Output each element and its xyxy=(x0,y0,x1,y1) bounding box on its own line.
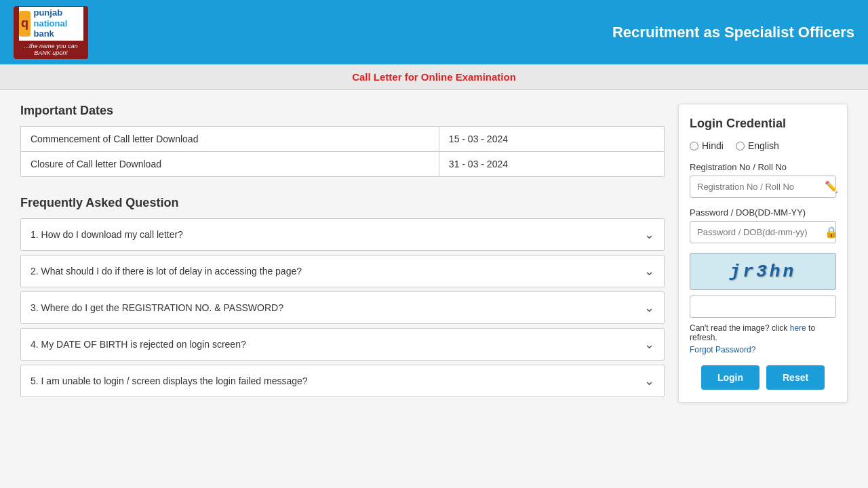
date-value: 31 - 03 - 2024 xyxy=(439,152,664,177)
forgot-password-link[interactable]: Forgot Password? xyxy=(690,345,836,354)
reg-input[interactable] xyxy=(690,176,818,197)
reg-label: Registration No / Roll No xyxy=(690,162,836,172)
chevron-down-icon: ⌄ xyxy=(644,300,654,315)
logo-box: q punjab national bank ...the name you c… xyxy=(14,6,88,59)
faq-question: 5. I am unable to login / screen display… xyxy=(31,375,308,386)
date-label: Commencement of Call letter Download xyxy=(21,127,439,152)
password-input-group: 🔒 xyxy=(690,221,836,243)
faq-question: 3. Where do I get the REGISTRATION NO. &… xyxy=(31,302,283,313)
chevron-down-icon: ⌄ xyxy=(644,227,654,242)
lang-hindi-radio[interactable] xyxy=(690,142,698,150)
left-panel: Important Dates Commencement of Call let… xyxy=(20,104,665,403)
logo-area: q punjab national bank ...the name you c… xyxy=(14,6,88,59)
pnb-icon: q xyxy=(19,11,31,37)
faq-item: 1. How do I download my call letter? ⌄ xyxy=(20,218,665,251)
faq-header[interactable]: 1. How do I download my call letter? ⌄ xyxy=(21,219,664,250)
header-title: Recruitment as Specialist Officers xyxy=(612,24,854,41)
right-panel: Login Credential Hindi English Registrat… xyxy=(678,104,848,403)
logo-tagline: ...the name you can BANK upon! xyxy=(14,41,88,58)
faq-item: 2. What should I do if there is lot of d… xyxy=(20,255,665,287)
password-input[interactable] xyxy=(690,222,818,243)
faq-item: 4. My DATE OF BIRTH is rejected on login… xyxy=(20,328,665,361)
date-value: 15 - 03 - 2024 xyxy=(439,127,664,152)
date-label: Closure of Call letter Download xyxy=(21,152,439,177)
faq-header[interactable]: 3. Where do I get the REGISTRATION NO. &… xyxy=(21,292,664,323)
faq-question: 1. How do I download my call letter? xyxy=(31,229,183,240)
table-row: Commencement of Call letter Download 15 … xyxy=(21,127,665,152)
faq-item: 5. I am unable to login / screen display… xyxy=(20,365,665,397)
edit-icon: ✏️ xyxy=(818,176,845,197)
faq-question: 4. My DATE OF BIRTH is rejected on login… xyxy=(31,339,246,350)
logo-pnb: q punjab national bank xyxy=(19,7,83,41)
sub-header-banner: Call Letter for Online Examination xyxy=(0,64,868,90)
lock-icon: 🔒 xyxy=(818,222,845,243)
password-label: Password / DOB(DD-MM-YY) xyxy=(690,207,836,218)
main-content: Important Dates Commencement of Call let… xyxy=(0,90,868,416)
important-dates-title: Important Dates xyxy=(20,104,665,118)
dates-table: Commencement of Call letter Download 15 … xyxy=(20,126,665,177)
captcha-help: Can't read the image? click here to refr… xyxy=(690,323,836,342)
chevron-down-icon: ⌄ xyxy=(644,264,654,279)
faq-list: 1. How do I download my call letter? ⌄ 2… xyxy=(20,218,665,397)
language-options: Hindi English xyxy=(690,140,836,151)
faq-header[interactable]: 4. My DATE OF BIRTH is rejected on login… xyxy=(21,329,664,360)
lang-english-radio[interactable] xyxy=(736,142,745,150)
login-button[interactable]: Login xyxy=(701,365,760,390)
pnb-name: punjab national bank xyxy=(33,7,83,39)
login-box: Login Credential Hindi English Registrat… xyxy=(678,104,848,403)
captcha-input[interactable] xyxy=(690,296,836,318)
chevron-down-icon: ⌄ xyxy=(644,337,654,352)
lang-hindi-option[interactable]: Hindi xyxy=(690,140,724,151)
faq-title: Frequently Asked Question xyxy=(20,196,665,210)
faq-header[interactable]: 5. I am unable to login / screen display… xyxy=(21,365,664,396)
header: q punjab national bank ...the name you c… xyxy=(0,0,868,64)
captcha-refresh-link[interactable]: here xyxy=(790,323,806,333)
lang-english-option[interactable]: English xyxy=(736,140,779,151)
faq-question: 2. What should I do if there is lot of d… xyxy=(31,266,302,277)
captcha-image: jr3hn xyxy=(690,253,836,290)
faq-item: 3. Where do I get the REGISTRATION NO. &… xyxy=(20,291,665,324)
captcha-help-pre: Can't read the image? click xyxy=(690,323,790,333)
bank-name: punjab national bank xyxy=(33,7,83,39)
login-title: Login Credential xyxy=(690,117,836,131)
chevron-down-icon: ⌄ xyxy=(644,373,654,388)
sub-header-text: Call Letter for Online Examination xyxy=(352,71,516,83)
login-buttons: Login Reset xyxy=(690,365,836,390)
table-row: Closure of Call letter Download 31 - 03 … xyxy=(21,152,665,177)
faq-header[interactable]: 2. What should I do if there is lot of d… xyxy=(21,256,664,287)
reset-button[interactable]: Reset xyxy=(766,365,825,390)
captcha-text: jr3hn xyxy=(730,262,796,282)
reg-input-group: ✏️ xyxy=(690,176,836,198)
lang-hindi-label: Hindi xyxy=(702,140,724,151)
lang-english-label: English xyxy=(748,140,779,151)
